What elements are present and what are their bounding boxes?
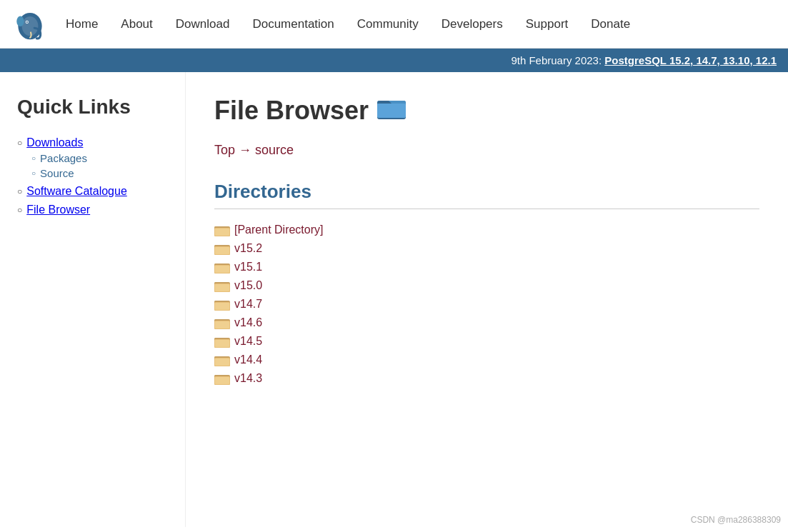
directories-title: Directories: [214, 181, 759, 209]
breadcrumb-arrow: →: [239, 143, 251, 157]
nav-link-developers[interactable]: Developers: [442, 17, 503, 31]
sidebar-item-downloads[interactable]: Downloads: [26, 136, 83, 149]
nav-link-support[interactable]: Support: [526, 17, 569, 31]
svg-rect-34: [215, 377, 229, 384]
list-item: v14.4: [214, 353, 759, 366]
breadcrumb: Top → source: [214, 143, 759, 158]
site-logo[interactable]: [11, 6, 49, 43]
sidebar-subitem-source[interactable]: Source: [31, 167, 168, 179]
folder-icon-large: [377, 95, 406, 126]
sidebar-item-software-catalogue[interactable]: Software Catalogue: [26, 185, 127, 198]
folder-icon: [214, 279, 230, 292]
nav-link-home[interactable]: Home: [66, 17, 98, 31]
list-item: v15.1: [214, 261, 759, 273]
svg-rect-25: [215, 321, 229, 328]
svg-rect-16: [215, 266, 229, 273]
folder-icon: [214, 224, 230, 236]
svg-rect-10: [215, 229, 229, 236]
sidebar-item-file-browser[interactable]: File Browser: [26, 204, 90, 216]
directory-link[interactable]: v15.0: [234, 279, 262, 292]
breadcrumb-top[interactable]: Top: [214, 143, 235, 157]
nav-link-download[interactable]: Download: [176, 17, 230, 31]
list-item: v15.0: [214, 279, 759, 292]
svg-rect-28: [215, 340, 229, 347]
folder-icon: [214, 261, 230, 273]
directory-link[interactable]: [Parent Directory]: [234, 224, 323, 236]
directory-link[interactable]: v15.1: [234, 261, 262, 273]
nav-link-donate[interactable]: Donate: [591, 17, 630, 31]
nav-links: HomeAboutDownloadDocumentationCommunityD…: [66, 17, 630, 31]
navbar: HomeAboutDownloadDocumentationCommunityD…: [0, 0, 788, 49]
list-item: v14.6: [214, 316, 759, 329]
svg-point-3: [26, 21, 28, 22]
list-item: [Parent Directory]: [214, 224, 759, 236]
page-layout: Quick Links DownloadsPackagesSourceSoftw…: [0, 72, 788, 527]
directory-link[interactable]: v14.6: [234, 316, 262, 329]
directory-link[interactable]: v15.2: [234, 242, 262, 255]
list-item: v14.3: [214, 372, 759, 385]
svg-rect-31: [215, 358, 229, 366]
banner-text: 9th February 2023:: [511, 54, 604, 66]
breadcrumb-source[interactable]: source: [255, 143, 294, 157]
sidebar: Quick Links DownloadsPackagesSourceSoftw…: [0, 72, 186, 527]
folder-icon: [214, 242, 230, 255]
folder-icon: [214, 298, 230, 311]
announcement-banner: 9th February 2023: PostgreSQL 15.2, 14.7…: [0, 49, 788, 72]
sidebar-nav: DownloadsPackagesSourceSoftware Catalogu…: [17, 136, 168, 216]
list-item: v14.7: [214, 298, 759, 311]
directory-link[interactable]: v14.4: [234, 353, 262, 366]
nav-link-community[interactable]: Community: [357, 17, 419, 31]
directory-link[interactable]: v14.3: [234, 372, 262, 385]
page-title-text: File Browser: [214, 96, 369, 126]
banner-link[interactable]: PostgreSQL 15.2, 14.7, 13.10, 12.1: [604, 54, 777, 66]
nav-link-about[interactable]: About: [121, 17, 152, 31]
folder-icon: [214, 353, 230, 366]
svg-rect-22: [215, 303, 229, 310]
svg-point-1: [22, 16, 39, 36]
nav-link-documentation[interactable]: Documentation: [252, 17, 334, 31]
directory-link[interactable]: v14.7: [234, 298, 262, 311]
folder-icon: [214, 316, 230, 329]
page-title: File Browser: [214, 95, 759, 126]
svg-rect-13: [215, 247, 229, 254]
list-item: v15.2: [214, 242, 759, 255]
directory-link[interactable]: v14.5: [234, 335, 262, 348]
watermark: CSDN @ma286388309: [691, 515, 781, 525]
sidebar-title: Quick Links: [17, 95, 168, 119]
list-item: v14.5: [214, 335, 759, 348]
folder-icon: [214, 372, 230, 385]
main-content: File Browser Top → source Directories [P…: [186, 72, 788, 527]
directory-list: [Parent Directory] v15.2 v15.1 v15.0 v14…: [214, 224, 759, 385]
sidebar-subitem-packages[interactable]: Packages: [31, 152, 168, 164]
svg-point-4: [16, 16, 24, 26]
folder-icon: [214, 335, 230, 348]
svg-rect-19: [215, 284, 229, 291]
svg-rect-7: [377, 104, 406, 118]
